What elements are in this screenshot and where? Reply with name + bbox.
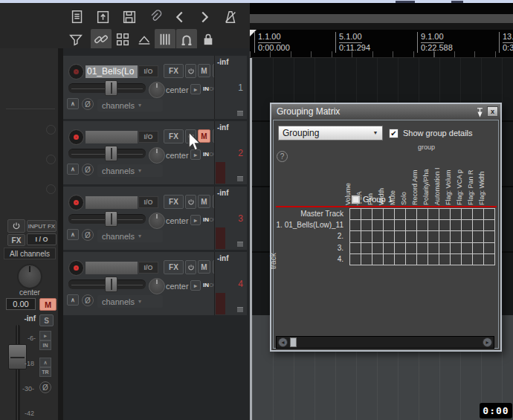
snap-magnet-icon[interactable] [176,29,197,50]
track-fx-bypass-button[interactable] [185,260,196,274]
close-icon[interactable]: x [487,106,498,117]
track-volume-handle[interactable] [105,146,117,161]
track-fold-button[interactable]: ∧ [67,98,79,109]
track-name-field[interactable] [86,262,138,274]
master-fx-button[interactable]: FX [7,234,25,246]
lock-icon[interactable] [198,29,219,50]
undo-icon[interactable] [170,7,190,28]
timeline-ruler[interactable]: 1.1.000:00.000 5.1.000:11.294 9.1.000:22… [250,30,513,58]
track-name-field[interactable]: 01_Bells(Lo [86,65,138,78]
matrix-mode-dropdown[interactable]: Grouping ▼ [278,126,383,140]
track-io-button[interactable]: I/O [138,262,158,274]
track-volume-handle[interactable] [105,211,117,227]
filter-funnel-icon[interactable] [65,29,86,50]
track-phase-button[interactable]: Ø [82,229,94,241]
track-fx-button[interactable]: FX [164,64,184,78]
matrix-column-label: Solo [400,192,407,205]
track-pan-knob[interactable] [149,213,165,229]
record-arm-button[interactable] [68,64,84,80]
track-fold-button[interactable]: ∧ [67,164,79,175]
track-io-button[interactable]: I/O [138,131,158,143]
track-channels-dropdown[interactable]: channels▾ [97,230,163,242]
track-monitor-button[interactable]: ▸ [190,84,201,94]
ruler-mark: 5.1.000:11.294 [335,32,370,53]
track-pan-knob[interactable] [149,278,165,294]
master-input-fx-button[interactable]: INPUT FX [27,220,57,232]
track-fx-button[interactable]: FX [164,129,184,143]
track-volume-handle[interactable] [105,80,117,96]
master-mute-button[interactable]: M [39,298,57,311]
track-meter: -inf 3 [214,187,247,250]
track-pan-knob[interactable] [149,147,165,164]
group-matrix-grid[interactable] [349,208,495,265]
grid-lines-icon[interactable] [155,29,175,50]
envelope-point-icon[interactable] [134,29,155,50]
track-mute-button[interactable]: M [198,260,210,274]
link-icon[interactable] [91,29,112,50]
track-phase-button[interactable]: Ø [82,164,94,175]
metronome-off-icon[interactable] [220,7,241,28]
track-volume-handle[interactable] [105,277,117,292]
ruler-mark: 13.10:33. [499,32,513,53]
knob-placeholder [46,155,56,164]
master-monitor-in-button[interactable]: IN [39,340,51,350]
master-phase-button[interactable]: Ø [39,381,51,393]
track-mute-button[interactable]: M [198,64,210,77]
master-monitor-play-button[interactable]: ▸ [39,331,51,340]
knob-placeholder [46,125,56,135]
track-name-field[interactable] [86,196,138,209]
track-name-field[interactable] [86,131,138,143]
track-phase-button[interactable]: Ø [82,98,94,110]
master-solo-button[interactable]: S [39,314,54,326]
paperclip-icon[interactable] [145,7,166,28]
grid-blocks-icon[interactable] [112,29,133,50]
track-monitor-button[interactable]: ▸ [190,280,201,291]
track-phase-button[interactable]: Ø [82,294,94,306]
track-mute-button[interactable]: M [198,195,210,208]
track-channels-dropdown[interactable]: channels▾ [97,164,163,177]
pin-icon[interactable] [474,106,485,118]
master-all-channels-button[interactable]: All channels [4,248,56,259]
track-fx-bypass-button[interactable] [185,195,196,209]
master-trim-button[interactable]: TR [39,367,51,377]
track-fx-button[interactable]: FX [164,260,184,274]
redo-icon[interactable] [194,7,215,28]
save-project-icon[interactable] [119,7,140,28]
scroll-right-icon[interactable]: ▸ [483,337,492,347]
track-monitor-button[interactable]: ▸ [190,215,201,225]
track-fx-bypass-button[interactable] [185,64,196,78]
record-arm-button[interactable] [68,260,84,276]
master-fader-track[interactable] [16,325,20,420]
scroll-left-icon[interactable]: ◂ [278,337,288,347]
matrix-column-label: Automation I [433,167,441,205]
open-project-icon[interactable] [93,7,114,28]
track-panel-4: I/O FX M S center ▸ INOUT ∧ Ø channels▾ … [63,252,247,315]
group-name-label[interactable]: Group 1 [363,195,393,204]
record-arm-button[interactable] [68,195,84,210]
new-project-icon[interactable] [67,7,88,28]
show-group-details-checkbox[interactable]: ✔ [389,129,399,138]
master-pan-knob[interactable] [17,264,42,289]
window-titlebar[interactable]: Grouping Matrix [271,104,500,120]
record-arm-button[interactable] [68,129,84,145]
group-enable-checkbox[interactable] [351,195,361,204]
track-pan-value: center [166,282,189,291]
master-volume-value[interactable]: 0.00 [6,298,36,310]
matrix-horizontal-scrollbar[interactable]: ◂ ▸ [276,336,494,349]
track-fold-button[interactable]: ∧ [67,229,79,240]
track-fx-button[interactable]: FX [164,195,184,209]
master-io-button[interactable]: I / O [27,233,57,245]
reaper-main-window: { "icons": { "check": "✔", "dropdown_arr… [0,0,513,420]
master-fold-button[interactable]: ∧ [39,358,51,367]
track-pan-knob[interactable] [149,82,165,98]
show-group-details-label[interactable]: Show group details [403,129,473,138]
meter-corner-icon [237,242,243,247]
scrollbar-thumb[interactable] [290,337,297,347]
track-channels-dropdown[interactable]: channels▾ [97,295,163,308]
master-power-button[interactable] [7,219,25,233]
help-icon[interactable]: ? [277,151,288,162]
track-fold-button[interactable]: ∧ [67,294,79,306]
track-io-button[interactable]: I/O [138,196,158,208]
track-io-button[interactable]: I/O [138,65,158,77]
track-channels-dropdown[interactable]: channels▾ [97,99,163,112]
